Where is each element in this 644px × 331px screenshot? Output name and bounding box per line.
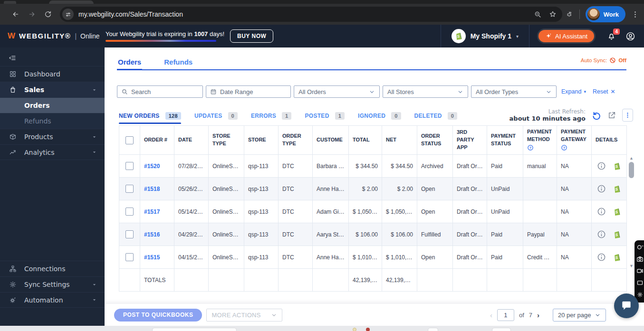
status-tab-updates[interactable]: UPDATES0 [194, 112, 238, 124]
order-types-filter-select[interactable]: All Order Types [471, 85, 557, 98]
last-refresh-label: Last Refresh: [509, 108, 586, 115]
profile-name: Work [604, 11, 619, 18]
shopify-icon[interactable]: S [612, 229, 622, 240]
next-page-button[interactable]: › [537, 311, 539, 319]
screen-capture-icon[interactable] [636, 279, 644, 286]
scrollbar-thumb[interactable] [629, 162, 634, 178]
address-bar[interactable]: my.webgility.com/Sales/Transaction [60, 7, 562, 22]
status-tab-deleted[interactable]: DELETED0 [414, 112, 458, 124]
status-tab-ignored[interactable]: IGNORED0 [358, 112, 401, 124]
webgility-logo[interactable]: W WEBGILITY® | Online [0, 31, 97, 41]
date-range-input[interactable] [220, 88, 277, 95]
info-icon[interactable] [597, 161, 606, 170]
help-icon[interactable]: ? [527, 144, 534, 151]
sidebar-item-products[interactable]: Products [0, 129, 105, 144]
notification-badge: 4 [613, 28, 620, 35]
zoom-indicator-icon[interactable] [534, 10, 541, 18]
info-icon[interactable] [597, 253, 606, 262]
camera-icon[interactable] [636, 255, 644, 263]
post-to-quickbooks-button[interactable]: POST TO QUICKBOOKS [114, 309, 202, 322]
help-icon[interactable]: ? [561, 144, 567, 151]
sidebar-nav-bottom: ConnectionsSync SettingsAutomation [0, 261, 105, 308]
open-in-new-icon[interactable] [607, 111, 616, 120]
account-button[interactable] [625, 31, 635, 41]
buy-now-button[interactable]: BUY NOW [230, 29, 273, 43]
status-tab-new-orders[interactable]: NEW ORDERS128 [119, 112, 181, 124]
notifications-button[interactable]: 4 [607, 32, 616, 41]
more-actions-select[interactable]: MORE ACTIONS [206, 309, 282, 322]
column-header-customer: CUSTOME [313, 126, 349, 155]
video-camera-icon[interactable] [636, 267, 644, 274]
tab-refunds[interactable]: Refunds [163, 55, 193, 69]
sidebar-item-connections[interactable]: Connections [0, 261, 105, 276]
sidebar-item-sync-settings[interactable]: Sync Settings [0, 276, 105, 292]
expand-filters-link[interactable]: Expand▾ [561, 88, 586, 95]
info-icon[interactable] [597, 207, 606, 216]
cell-details: S [592, 155, 627, 178]
order-number-link[interactable]: #1518 [144, 186, 160, 192]
sidebar-item-refunds[interactable]: Refunds [0, 113, 105, 129]
status-tab-posted[interactable]: POSTED1 [305, 112, 345, 124]
cell-payment_gateway: NA [557, 200, 592, 223]
table-options-button[interactable] [622, 109, 633, 122]
order-number-link[interactable]: #1516 [144, 231, 160, 238]
order-number-link[interactable]: #1515 [144, 254, 160, 261]
sidebar-item-label: Orders [24, 102, 105, 109]
recorder-logo-icon[interactable] [636, 244, 644, 251]
status-tab-errors[interactable]: ERRORS1 [251, 112, 292, 124]
auto-sync-status[interactable]: Auto Sync: Off [581, 57, 626, 64]
sidebar-item-dashboard[interactable]: Dashboard [0, 66, 105, 82]
url-text[interactable]: my.webgility.com/Sales/Transaction [78, 10, 534, 18]
select-all-checkbox[interactable] [125, 136, 134, 144]
reset-filters-link[interactable]: Reset✕ [593, 88, 615, 95]
sidebar-item-orders[interactable]: Orders [0, 97, 105, 113]
cell-third_party_app: Draft Ord… [453, 155, 487, 178]
prev-page-button[interactable]: ‹ [490, 311, 492, 319]
page-number-input[interactable] [497, 309, 514, 321]
stores-filter-select[interactable]: All Stores [383, 85, 468, 98]
sidebar-item-sales[interactable]: Sales [0, 82, 105, 97]
automation-icon [9, 296, 17, 304]
row-checkbox[interactable] [125, 253, 134, 261]
live-chat-button[interactable] [614, 293, 639, 318]
info-icon[interactable] [597, 230, 606, 239]
chevron-down-icon [92, 134, 97, 140]
info-icon[interactable] [597, 184, 606, 193]
forward-button[interactable] [24, 6, 40, 22]
shopify-icon[interactable]: S [612, 252, 622, 263]
browser-profile-button[interactable]: Work [586, 6, 625, 22]
bookmark-star-icon[interactable] [549, 10, 557, 18]
sidebar-collapse-button[interactable] [0, 47, 27, 62]
shopify-icon[interactable]: S [612, 161, 622, 171]
gear-icon[interactable] [636, 291, 644, 298]
products-icon [9, 133, 17, 141]
shopify-icon[interactable]: S [612, 184, 622, 194]
row-checkbox[interactable] [125, 208, 134, 216]
tab-orders[interactable]: Orders [117, 55, 142, 69]
scroll-down-arrow[interactable]: ▼ [628, 264, 634, 268]
order-number-link[interactable]: #1520 [144, 163, 160, 170]
orders-filter-select[interactable]: All Orders [294, 85, 380, 98]
shopify-icon[interactable]: S [612, 207, 622, 217]
store-switcher[interactable]: S My Shopify 1 ▾ [441, 25, 529, 47]
row-checkbox[interactable] [125, 185, 134, 193]
table-scrollbar[interactable]: ▲ [628, 156, 634, 275]
extensions-icon[interactable] [566, 10, 574, 18]
scroll-up-arrow[interactable]: ▲ [628, 156, 634, 161]
back-button[interactable] [8, 6, 24, 22]
search-input[interactable] [131, 88, 198, 95]
cutoff-toolbar-fragment [152, 328, 237, 331]
order-number-link[interactable]: #1517 [144, 208, 160, 215]
per-page-select[interactable]: 20 per page [553, 309, 606, 322]
row-checkbox[interactable] [125, 230, 134, 238]
reload-button[interactable] [40, 6, 56, 22]
sidebar-item-automation[interactable]: Automation [0, 292, 105, 308]
browser-active-tab[interactable] [49, 0, 94, 4]
site-info-button[interactable] [62, 9, 74, 20]
search-icon [121, 88, 128, 95]
refresh-icon[interactable] [592, 111, 601, 120]
row-checkbox[interactable] [125, 162, 134, 170]
sidebar-item-analytics[interactable]: Analytics [0, 144, 105, 160]
browser-menu-icon[interactable] [631, 10, 639, 19]
ai-assistant-button[interactable]: AI Assistant [538, 30, 594, 42]
